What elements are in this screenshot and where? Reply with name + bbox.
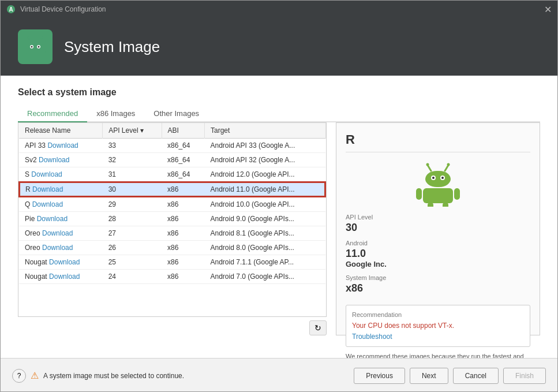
detail-description: We recommend these images because they r… bbox=[346, 353, 530, 358]
warning-icon: ⚠ bbox=[31, 370, 39, 381]
window-title: Virtual Device Configuration bbox=[20, 5, 106, 13]
api-level-cell: 25 bbox=[103, 255, 162, 270]
download-link[interactable]: Download bbox=[42, 229, 73, 237]
android-studio-icon bbox=[24, 35, 47, 58]
table-row[interactable]: Nougat Download 24 x86 Android 7.0 (Goog… bbox=[19, 270, 325, 284]
abi-cell: x86 bbox=[162, 182, 204, 197]
section-title: Select a system image bbox=[18, 87, 540, 98]
download-link[interactable]: Download bbox=[39, 156, 69, 164]
col-api-level[interactable]: API Level ▾ bbox=[103, 123, 162, 139]
detail-system-image-value: x86 bbox=[346, 282, 530, 294]
abi-cell: x86_64 bbox=[162, 153, 204, 167]
abi-cell: x86 bbox=[162, 197, 204, 212]
download-link[interactable]: Download bbox=[37, 215, 68, 223]
svg-point-21 bbox=[432, 177, 435, 179]
detail-section: R bbox=[336, 122, 540, 335]
table-row-selected[interactable]: R Download 30 x86 Android 11.0 (Google A… bbox=[19, 182, 325, 197]
android-bot-container bbox=[346, 160, 530, 207]
download-link[interactable]: Download bbox=[49, 272, 80, 281]
detail-system-image-label: System Image bbox=[346, 274, 530, 281]
svg-text:A: A bbox=[9, 6, 13, 13]
table-row[interactable]: Oreo Download 27 x86 Android 8.1 (Google… bbox=[19, 226, 325, 241]
download-link[interactable]: Download bbox=[47, 141, 78, 150]
release-name-cell: Oreo Download bbox=[19, 241, 103, 255]
tabs-bar: Recommended x86 Images Other Images bbox=[18, 106, 540, 122]
api-level-cell: 31 bbox=[103, 167, 162, 182]
release-name-cell: Nougat Download bbox=[19, 270, 103, 284]
download-link[interactable]: Download bbox=[32, 185, 63, 193]
target-cell: Android 8.1 (Google APIs... bbox=[205, 226, 325, 241]
abi-cell: x86 bbox=[162, 270, 204, 284]
content-area: Select a system image Recommended x86 Im… bbox=[1, 76, 557, 358]
release-name-cell: Pie Download bbox=[19, 212, 103, 226]
api-level-cell: 27 bbox=[103, 226, 162, 241]
target-cell: Android 7.0 (Google APIs... bbox=[205, 270, 325, 284]
api-level-cell: 28 bbox=[103, 212, 162, 226]
next-button[interactable]: Next bbox=[410, 368, 448, 384]
detail-api-level-value: 30 bbox=[346, 222, 530, 234]
api-level-cell: 32 bbox=[103, 153, 162, 167]
previous-button[interactable]: Previous bbox=[354, 368, 405, 384]
release-name-cell: Oreo Download bbox=[19, 226, 103, 241]
table-wrapper: Release Name API Level ▾ ABI Target API … bbox=[18, 122, 327, 317]
refresh-button-area: ↻ bbox=[18, 320, 327, 335]
api-level-cell: 24 bbox=[103, 270, 162, 284]
tab-recommended[interactable]: Recommended bbox=[18, 106, 87, 122]
abi-cell: x86 bbox=[162, 226, 204, 241]
warning-text: A system image must be selected to conti… bbox=[43, 372, 184, 380]
table-row[interactable]: S Download 31 x86_64 Android 12.0 (Googl… bbox=[19, 167, 325, 182]
svg-rect-24 bbox=[416, 188, 422, 200]
recommendation-error: Your CPU does not support VT-x. bbox=[352, 322, 524, 330]
svg-rect-25 bbox=[454, 188, 460, 200]
refresh-button[interactable]: ↻ bbox=[309, 320, 327, 335]
abi-cell: x86 bbox=[162, 255, 204, 270]
release-name-cell: API 33 Download bbox=[19, 139, 103, 153]
col-abi: ABI bbox=[162, 123, 204, 139]
tab-other-images[interactable]: Other Images bbox=[144, 106, 208, 122]
table-row[interactable]: API 33 Download 33 x86_64 Android API 33… bbox=[19, 139, 325, 153]
svg-point-8 bbox=[31, 46, 33, 48]
svg-line-14 bbox=[428, 165, 431, 171]
release-name-cell: Nougat Download bbox=[19, 255, 103, 270]
cancel-button[interactable]: Cancel bbox=[453, 368, 499, 384]
release-name-cell: Sv2 Download bbox=[19, 153, 103, 167]
target-cell: Android API 32 (Google A... bbox=[205, 153, 325, 167]
bottom-left: ? ⚠ A system image must be selected to c… bbox=[12, 369, 184, 383]
svg-point-12 bbox=[27, 36, 29, 39]
abi-cell: x86 bbox=[162, 241, 204, 255]
download-link[interactable]: Download bbox=[42, 244, 73, 252]
help-button[interactable]: ? bbox=[12, 369, 26, 383]
svg-point-13 bbox=[41, 36, 43, 39]
table-row[interactable]: Sv2 Download 32 x86_64 Android API 32 (G… bbox=[19, 153, 325, 167]
svg-point-15 bbox=[426, 163, 429, 166]
table-section: Release Name API Level ▾ ABI Target API … bbox=[18, 122, 327, 335]
download-link[interactable]: Download bbox=[49, 258, 80, 266]
header-icon bbox=[18, 29, 53, 64]
svg-rect-23 bbox=[423, 188, 453, 203]
target-cell: Android 10.0 (Google API... bbox=[205, 197, 325, 212]
title-bar: A Virtual Device Configuration ✕ bbox=[1, 1, 557, 18]
android-bot-icon bbox=[415, 160, 461, 207]
detail-vendor-value: Google Inc. bbox=[346, 260, 530, 268]
bottom-bar: ? ⚠ A system image must be selected to c… bbox=[1, 358, 557, 392]
col-target: Target bbox=[205, 123, 325, 139]
release-name-cell: Q Download bbox=[19, 197, 103, 212]
target-cell: Android 9.0 (Google APIs... bbox=[205, 212, 325, 226]
table-row[interactable]: Pie Download 28 x86 Android 9.0 (Google … bbox=[19, 212, 325, 226]
svg-point-9 bbox=[38, 46, 40, 48]
svg-point-22 bbox=[441, 177, 444, 179]
download-link[interactable]: Download bbox=[31, 170, 62, 178]
close-button[interactable]: ✕ bbox=[544, 4, 552, 15]
finish-button[interactable]: Finish bbox=[503, 368, 546, 384]
table-row[interactable]: Oreo Download 26 x86 Android 8.0 (Google… bbox=[19, 241, 325, 255]
svg-rect-18 bbox=[425, 171, 451, 187]
detail-android-label: Android bbox=[346, 240, 530, 247]
table-row[interactable]: Q Download 29 x86 Android 10.0 (Google A… bbox=[19, 197, 325, 212]
tab-x86-images[interactable]: x86 Images bbox=[87, 106, 144, 122]
table-row[interactable]: Nougat Download 25 x86 Android 7.1.1 (Go… bbox=[19, 255, 325, 270]
api-level-cell: 33 bbox=[103, 139, 162, 153]
header: System Image bbox=[1, 18, 557, 76]
download-link[interactable]: Download bbox=[32, 200, 63, 208]
troubleshoot-link[interactable]: Troubleshoot bbox=[352, 333, 392, 341]
abi-cell: x86_64 bbox=[162, 139, 204, 153]
